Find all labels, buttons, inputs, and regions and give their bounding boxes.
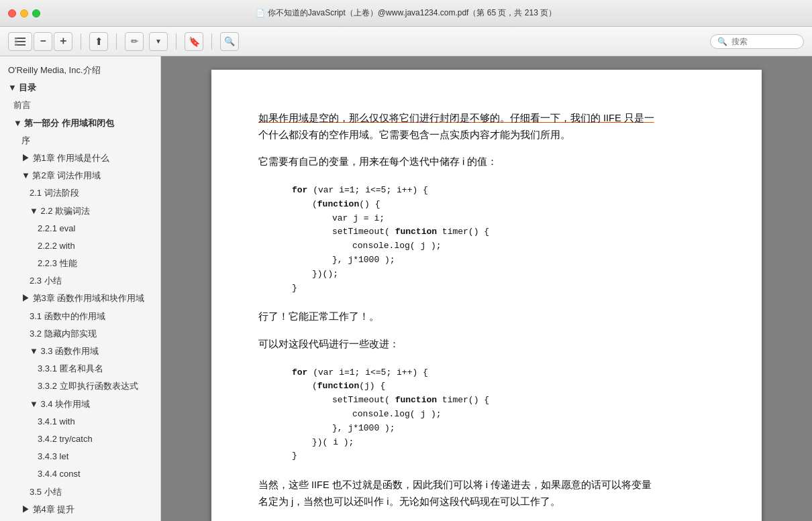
window-title: 📄 你不知道的JavaScript（上卷）@www.java1234.com.p… [256,7,556,19]
sidebar-item-ch3-5[interactable]: 3.5 小结 [0,483,160,501]
main-content: O'Reilly Media, Inc.介绍 ▼ 目录 前言 ▼ 第一部分 作用… [0,56,812,521]
search-icon: 🔍 [717,37,727,46]
code-line: setTimeout( function timer() { [332,225,715,239]
toolbar-sep-4 [211,34,212,50]
search-input[interactable] [731,37,797,46]
sidebar-item-ch2-2-2[interactable]: 2.2.2 with [0,237,160,255]
sidebar-item-ch2-2-3[interactable]: 2.2.3 性能 [0,255,160,272]
nav-toggle-button[interactable] [8,32,32,51]
annotation-button[interactable]: ✏ [125,32,144,51]
para-4: 可以对这段代码进行一些改进： [258,336,715,353]
code-line: })( i ); [312,436,715,450]
sidebar-item-ch3-4-1[interactable]: 3.4.1 with [0,413,160,430]
code-line: } [292,449,715,463]
code-line: } [292,282,715,296]
sidebar-item-part1[interactable]: ▼ 第一部分 作用域和闭包 [0,115,160,132]
sidebar-item-ch3-4[interactable]: ▼ 3.4 块作用域 [0,396,160,413]
search-button[interactable]: 🔍 [220,32,239,51]
code-line: console.log( j ); [352,408,715,422]
titlebar: 📄 你不知道的JavaScript（上卷）@www.java1234.com.p… [0,0,812,27]
sidebar-item-ch3-2[interactable]: 3.2 隐藏内部实现 [0,325,160,343]
annotation-dropdown[interactable]: ▼ [149,32,168,51]
bookmark-button[interactable]: 🔖 [185,32,203,51]
sidebar-item-ch3-3[interactable]: ▼ 3.3 函数作用域 [0,343,160,360]
sidebar-item-ch3-1[interactable]: 3.1 函数中的作用域 [0,308,160,325]
sidebar-item-xu[interactable]: 序 [0,132,160,150]
code-line: for (var i=1; i<=5; i++) { [292,184,715,198]
sidebar-item-ch2-2-1[interactable]: 2.2.1 eval [0,220,160,237]
share-button[interactable]: ⬆ [89,32,108,51]
sidebar-item-ch4[interactable]: ▶ 第4章 提升 [0,501,160,518]
code-block-2: for (var i=1; i<=5; i++) { (function(j) … [292,366,715,464]
code-line: for (var i=1; i<=5; i++) { [292,366,715,380]
minimize-button[interactable] [20,9,28,17]
sidebar: O'Reilly Media, Inc.介绍 ▼ 目录 前言 ▼ 第一部分 作用… [0,56,161,521]
zoom-in-button[interactable]: ＋ [54,32,72,51]
toolbar-sep-3 [176,34,176,50]
close-button[interactable] [8,9,16,17]
zoom-out-button[interactable]: － [34,32,52,51]
pdf-area[interactable]: 如果作用域是空的，那么仅仅将它们进行封闭是不够的。仔细看一下，我们的 IIFE … [161,56,812,521]
sidebar-item-toc[interactable]: ▼ 目录 [0,79,160,97]
sidebar-item-ch3-3-1[interactable]: 3.3.1 匿名和具名 [0,360,160,378]
pdf-file-icon: 📄 [256,9,265,17]
code-line: (function(j) { [312,380,715,394]
code-line: })(); [312,268,715,282]
code-line: }, j*1000 ); [332,253,715,268]
sidebar-item-ch3-4-2[interactable]: 3.4.2 try/catch [0,430,160,448]
sidebar-item-ch2-1[interactable]: 2.1 词法阶段 [0,184,160,202]
para-1: 如果作用域是空的，那么仅仅将它们进行封闭是不够的。仔细看一下，我们的 IIFE … [258,110,715,143]
sidebar-item-ch2-2[interactable]: ▼ 2.2 欺骗词法 [0,202,160,220]
sidebar-item-preface[interactable]: 前言 [0,97,160,114]
toolbar-sep-2 [116,34,117,50]
sidebar-item-ch3-4-4[interactable]: 3.4.4 const [0,465,160,483]
code-line: var j = i; [332,212,715,226]
code-block-1: for (var i=1; i<=5; i++) { (function() {… [292,184,715,295]
code-line: setTimeout( function timer() { [332,394,715,408]
pdf-page: 如果作用域是空的，那么仅仅将它们进行封闭是不够的。仔细看一下，我们的 IIFE … [211,70,762,521]
para-3: 行了！它能正常工作了！。 [258,308,715,325]
toolbar-sep-1 [81,34,81,50]
search-box: 🔍 [710,34,804,49]
traffic-lights [8,9,40,17]
sidebar-item-ch3-3-2[interactable]: 3.3.2 立即执行函数表达式 [0,378,160,395]
toolbar: － ＋ ⬆ ✏ ▼ 🔖 🔍 🔍 [0,27,812,56]
sidebar-item-ch3-4-3[interactable]: 3.4.3 let [0,448,160,465]
code-line: (function() { [312,198,715,212]
sidebar-item-ch2[interactable]: ▼ 第2章 词法作用域 [0,167,160,184]
sidebar-item-oreilly[interactable]: O'Reilly Media, Inc.介绍 [0,62,160,79]
code-line: }, j*1000 ); [332,422,715,436]
maximize-button[interactable] [32,9,40,17]
nav-group: － ＋ [8,32,72,51]
sidebar-item-ch2-3[interactable]: 2.3 小结 [0,272,160,290]
sidebar-item-ch1[interactable]: ▶ 第1章 作用域是什么 [0,150,160,167]
sidebar-item-ch3[interactable]: ▶ 第3章 函数作用域和块作用域 [0,290,160,307]
svg-rect-3 [15,38,17,46]
sidebar-item-ch4-1[interactable]: 4.1 先有鸡还是先有蛋 [0,518,160,521]
para-5: 当然，这些 IIFE 也不过就是函数，因此我们可以将 i 传递进去，如果愿意的话… [258,477,715,510]
para-2: 它需要有自己的变量，用来在每个迭代中储存 i 的值： [258,154,715,170]
code-line: console.log( j ); [352,239,715,253]
